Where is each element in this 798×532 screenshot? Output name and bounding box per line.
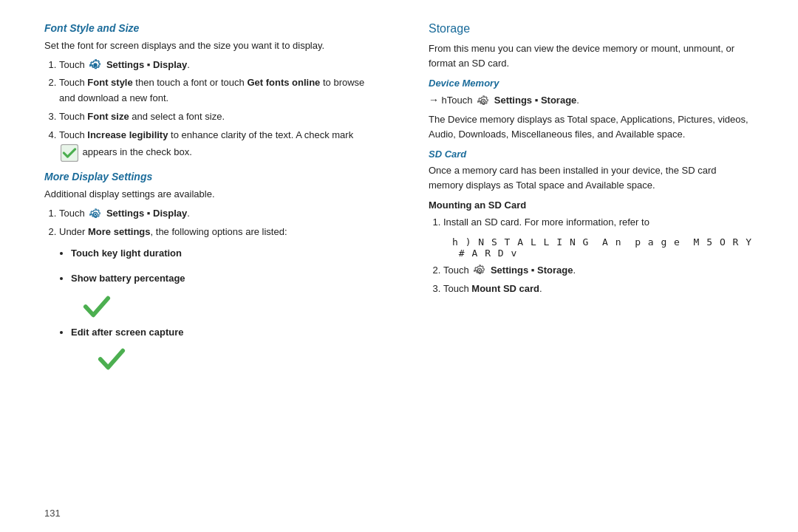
more-display-step-2: Under More settings, the following optio… (59, 225, 369, 240)
gear-gray-icon (477, 95, 490, 108)
svg-point-5 (482, 100, 484, 101)
mounting-step-3: Touch Mount SD card. (443, 282, 754, 297)
storage-section: Storage From this menu you can view the … (429, 22, 754, 296)
font-step-2: Touch Font style then touch a font or to… (59, 75, 369, 106)
mounting-title: Mounting an SD Card (429, 200, 754, 211)
check-large-icon-1 (83, 293, 111, 321)
more-display-step-1: Touch Settings ▪ Display. (59, 206, 369, 222)
bullet-edit-screen: Edit after screen capture (71, 325, 369, 341)
mounting-steps: Install an SD card. For more information… (429, 215, 754, 231)
device-memory-desc: The Device memory displays as Total spac… (429, 112, 754, 141)
font-section: Font Style and Size Set the font for scr… (44, 22, 369, 163)
sd-card-title: SD Card (429, 149, 754, 160)
font-steps: Touch Settings ▪ Display. Touch Font sty… (44, 58, 369, 164)
svg-point-7 (479, 270, 480, 271)
arrow-right-icon: → (429, 94, 439, 106)
device-memory-step: → hTouch Settings ▪ Storage. (429, 92, 754, 108)
page: Font Style and Size Set the font for scr… (0, 0, 798, 532)
mounting-section: Mounting an SD Card Install an SD card. … (429, 200, 754, 296)
bullet-touch-key: Touch key light duration (71, 246, 369, 262)
font-intro: Set the font for screen displays and the… (44, 38, 369, 53)
left-column: Font Style and Size Set the font for scr… (44, 22, 384, 510)
gear-blue2-icon (89, 208, 102, 221)
storage-intro: From this menu you can view the device m… (429, 41, 754, 70)
more-display-intro: Additional display settings are availabl… (44, 187, 369, 202)
special-line: h ) N S T A L L I N G A n p a g e M 5 O … (452, 236, 754, 259)
bullet-show-battery: Show battery percentage (71, 271, 369, 287)
sd-card-section: SD Card Once a memory card has been inst… (429, 149, 754, 192)
font-step-4: Touch Increase legibility to enhance cla… (59, 128, 369, 164)
more-display-section: More Display Settings Additional display… (44, 171, 369, 372)
mounting-step-2: Touch Settings ▪ Storage. (443, 263, 754, 279)
more-display-steps: Touch Settings ▪ Display. Under More set… (44, 206, 369, 240)
svg-point-0 (94, 63, 98, 66)
font-step-3: Touch Font size and select a font size. (59, 109, 369, 125)
mounting-step-1: Install an SD card. For more information… (443, 215, 754, 231)
font-section-title: Font Style and Size (44, 22, 369, 34)
gear-blue-icon (89, 58, 102, 72)
check-large-icon-2 (98, 345, 126, 373)
device-memory-title: Device Memory (429, 78, 754, 89)
font-step-1-text: Settings ▪ Display. (106, 59, 190, 70)
font-step-1: Touch Settings ▪ Display. (59, 58, 369, 73)
more-display-title: More Display Settings (44, 171, 369, 183)
gear-gray2-icon (473, 264, 486, 277)
device-memory-section: Device Memory → hTouch Settings ▪ Storag… (429, 78, 754, 141)
right-column: Storage From this menu you can view the … (414, 22, 754, 510)
more-display-bullets-2: Edit after screen capture (44, 325, 369, 341)
mounting-steps-2: Touch Settings ▪ Storage. Touch Mount SD… (429, 263, 754, 297)
more-display-bullets: Touch key light duration Show battery pe… (44, 246, 369, 287)
storage-title: Storage (429, 22, 754, 35)
svg-point-3 (95, 213, 97, 215)
check-small-icon (59, 143, 80, 163)
page-number: 131 (44, 508, 61, 519)
sd-card-desc: Once a memory card has been installed in… (429, 163, 754, 192)
